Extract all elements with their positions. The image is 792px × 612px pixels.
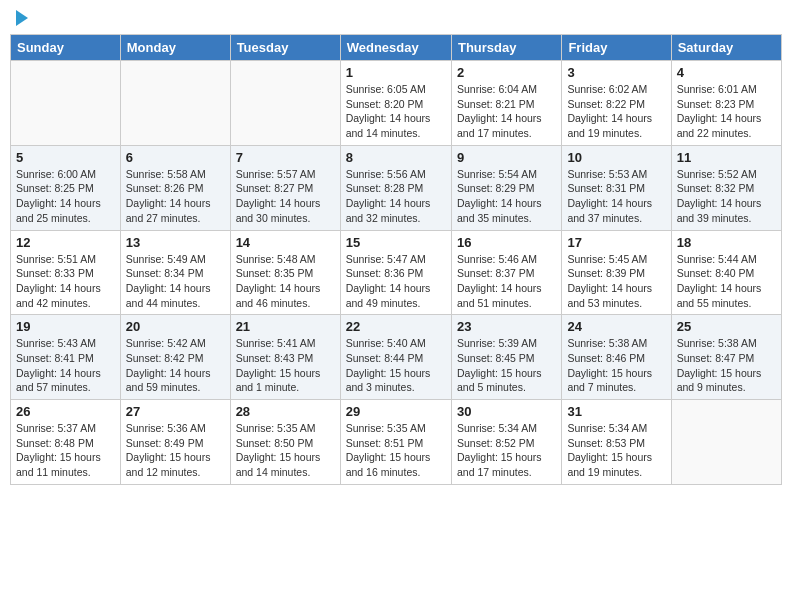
day-number: 17 [567, 235, 665, 250]
day-info: Sunrise: 5:34 AMSunset: 8:52 PMDaylight:… [457, 421, 556, 480]
day-number: 14 [236, 235, 335, 250]
day-info: Sunrise: 5:40 AMSunset: 8:44 PMDaylight:… [346, 336, 446, 395]
calendar-cell: 21Sunrise: 5:41 AMSunset: 8:43 PMDayligh… [230, 315, 340, 400]
day-info: Sunrise: 5:42 AMSunset: 8:42 PMDaylight:… [126, 336, 225, 395]
calendar-week-row: 19Sunrise: 5:43 AMSunset: 8:41 PMDayligh… [11, 315, 782, 400]
day-info: Sunrise: 5:34 AMSunset: 8:53 PMDaylight:… [567, 421, 665, 480]
calendar-cell [11, 61, 121, 146]
logo-arrow-icon [16, 10, 28, 26]
calendar-cell: 2Sunrise: 6:04 AMSunset: 8:21 PMDaylight… [451, 61, 561, 146]
day-number: 25 [677, 319, 776, 334]
day-number: 22 [346, 319, 446, 334]
calendar-week-row: 26Sunrise: 5:37 AMSunset: 8:48 PMDayligh… [11, 400, 782, 485]
day-number: 3 [567, 65, 665, 80]
calendar-cell: 4Sunrise: 6:01 AMSunset: 8:23 PMDaylight… [671, 61, 781, 146]
calendar-week-row: 1Sunrise: 6:05 AMSunset: 8:20 PMDaylight… [11, 61, 782, 146]
calendar-cell: 22Sunrise: 5:40 AMSunset: 8:44 PMDayligh… [340, 315, 451, 400]
day-number: 15 [346, 235, 446, 250]
day-number: 2 [457, 65, 556, 80]
day-number: 29 [346, 404, 446, 419]
day-number: 26 [16, 404, 115, 419]
calendar-cell: 10Sunrise: 5:53 AMSunset: 8:31 PMDayligh… [562, 145, 671, 230]
calendar-cell [671, 400, 781, 485]
day-info: Sunrise: 6:04 AMSunset: 8:21 PMDaylight:… [457, 82, 556, 141]
calendar-cell: 28Sunrise: 5:35 AMSunset: 8:50 PMDayligh… [230, 400, 340, 485]
day-info: Sunrise: 5:53 AMSunset: 8:31 PMDaylight:… [567, 167, 665, 226]
calendar-week-row: 5Sunrise: 6:00 AMSunset: 8:25 PMDaylight… [11, 145, 782, 230]
calendar-week-row: 12Sunrise: 5:51 AMSunset: 8:33 PMDayligh… [11, 230, 782, 315]
calendar-cell: 27Sunrise: 5:36 AMSunset: 8:49 PMDayligh… [120, 400, 230, 485]
day-info: Sunrise: 6:05 AMSunset: 8:20 PMDaylight:… [346, 82, 446, 141]
calendar-cell: 13Sunrise: 5:49 AMSunset: 8:34 PMDayligh… [120, 230, 230, 315]
day-info: Sunrise: 5:35 AMSunset: 8:51 PMDaylight:… [346, 421, 446, 480]
day-info: Sunrise: 5:57 AMSunset: 8:27 PMDaylight:… [236, 167, 335, 226]
calendar-cell: 30Sunrise: 5:34 AMSunset: 8:52 PMDayligh… [451, 400, 561, 485]
calendar-cell: 25Sunrise: 5:38 AMSunset: 8:47 PMDayligh… [671, 315, 781, 400]
calendar-cell: 29Sunrise: 5:35 AMSunset: 8:51 PMDayligh… [340, 400, 451, 485]
calendar-cell: 23Sunrise: 5:39 AMSunset: 8:45 PMDayligh… [451, 315, 561, 400]
calendar-cell: 5Sunrise: 6:00 AMSunset: 8:25 PMDaylight… [11, 145, 121, 230]
calendar-cell: 15Sunrise: 5:47 AMSunset: 8:36 PMDayligh… [340, 230, 451, 315]
day-number: 5 [16, 150, 115, 165]
calendar-cell: 11Sunrise: 5:52 AMSunset: 8:32 PMDayligh… [671, 145, 781, 230]
day-number: 11 [677, 150, 776, 165]
day-info: Sunrise: 5:54 AMSunset: 8:29 PMDaylight:… [457, 167, 556, 226]
calendar-cell: 12Sunrise: 5:51 AMSunset: 8:33 PMDayligh… [11, 230, 121, 315]
day-number: 10 [567, 150, 665, 165]
calendar-header-sunday: Sunday [11, 35, 121, 61]
day-number: 24 [567, 319, 665, 334]
day-number: 6 [126, 150, 225, 165]
day-number: 13 [126, 235, 225, 250]
calendar-table: SundayMondayTuesdayWednesdayThursdayFrid… [10, 34, 782, 485]
page-header [10, 10, 782, 26]
calendar-cell: 18Sunrise: 5:44 AMSunset: 8:40 PMDayligh… [671, 230, 781, 315]
calendar-header-thursday: Thursday [451, 35, 561, 61]
day-number: 12 [16, 235, 115, 250]
calendar-cell: 26Sunrise: 5:37 AMSunset: 8:48 PMDayligh… [11, 400, 121, 485]
day-info: Sunrise: 5:45 AMSunset: 8:39 PMDaylight:… [567, 252, 665, 311]
calendar-cell: 1Sunrise: 6:05 AMSunset: 8:20 PMDaylight… [340, 61, 451, 146]
day-info: Sunrise: 5:41 AMSunset: 8:43 PMDaylight:… [236, 336, 335, 395]
day-info: Sunrise: 5:38 AMSunset: 8:47 PMDaylight:… [677, 336, 776, 395]
calendar-cell [230, 61, 340, 146]
day-number: 18 [677, 235, 776, 250]
day-number: 30 [457, 404, 556, 419]
calendar-cell: 7Sunrise: 5:57 AMSunset: 8:27 PMDaylight… [230, 145, 340, 230]
day-number: 1 [346, 65, 446, 80]
day-number: 8 [346, 150, 446, 165]
day-number: 28 [236, 404, 335, 419]
day-number: 16 [457, 235, 556, 250]
day-info: Sunrise: 5:37 AMSunset: 8:48 PMDaylight:… [16, 421, 115, 480]
day-number: 7 [236, 150, 335, 165]
day-info: Sunrise: 5:49 AMSunset: 8:34 PMDaylight:… [126, 252, 225, 311]
calendar-cell: 3Sunrise: 6:02 AMSunset: 8:22 PMDaylight… [562, 61, 671, 146]
day-number: 23 [457, 319, 556, 334]
day-number: 27 [126, 404, 225, 419]
day-info: Sunrise: 5:47 AMSunset: 8:36 PMDaylight:… [346, 252, 446, 311]
day-info: Sunrise: 5:44 AMSunset: 8:40 PMDaylight:… [677, 252, 776, 311]
calendar-cell: 6Sunrise: 5:58 AMSunset: 8:26 PMDaylight… [120, 145, 230, 230]
day-info: Sunrise: 5:48 AMSunset: 8:35 PMDaylight:… [236, 252, 335, 311]
day-info: Sunrise: 5:38 AMSunset: 8:46 PMDaylight:… [567, 336, 665, 395]
day-info: Sunrise: 5:58 AMSunset: 8:26 PMDaylight:… [126, 167, 225, 226]
calendar-cell: 19Sunrise: 5:43 AMSunset: 8:41 PMDayligh… [11, 315, 121, 400]
calendar-cell: 16Sunrise: 5:46 AMSunset: 8:37 PMDayligh… [451, 230, 561, 315]
calendar-cell: 9Sunrise: 5:54 AMSunset: 8:29 PMDaylight… [451, 145, 561, 230]
calendar-header-monday: Monday [120, 35, 230, 61]
logo [14, 10, 28, 26]
calendar-header-row: SundayMondayTuesdayWednesdayThursdayFrid… [11, 35, 782, 61]
calendar-header-tuesday: Tuesday [230, 35, 340, 61]
day-info: Sunrise: 6:02 AMSunset: 8:22 PMDaylight:… [567, 82, 665, 141]
day-number: 19 [16, 319, 115, 334]
day-info: Sunrise: 5:56 AMSunset: 8:28 PMDaylight:… [346, 167, 446, 226]
day-info: Sunrise: 5:43 AMSunset: 8:41 PMDaylight:… [16, 336, 115, 395]
calendar-header-wednesday: Wednesday [340, 35, 451, 61]
day-info: Sunrise: 6:00 AMSunset: 8:25 PMDaylight:… [16, 167, 115, 226]
day-number: 4 [677, 65, 776, 80]
day-info: Sunrise: 5:52 AMSunset: 8:32 PMDaylight:… [677, 167, 776, 226]
day-info: Sunrise: 6:01 AMSunset: 8:23 PMDaylight:… [677, 82, 776, 141]
calendar-header-saturday: Saturday [671, 35, 781, 61]
day-info: Sunrise: 5:51 AMSunset: 8:33 PMDaylight:… [16, 252, 115, 311]
day-number: 21 [236, 319, 335, 334]
calendar-body: 1Sunrise: 6:05 AMSunset: 8:20 PMDaylight… [11, 61, 782, 485]
